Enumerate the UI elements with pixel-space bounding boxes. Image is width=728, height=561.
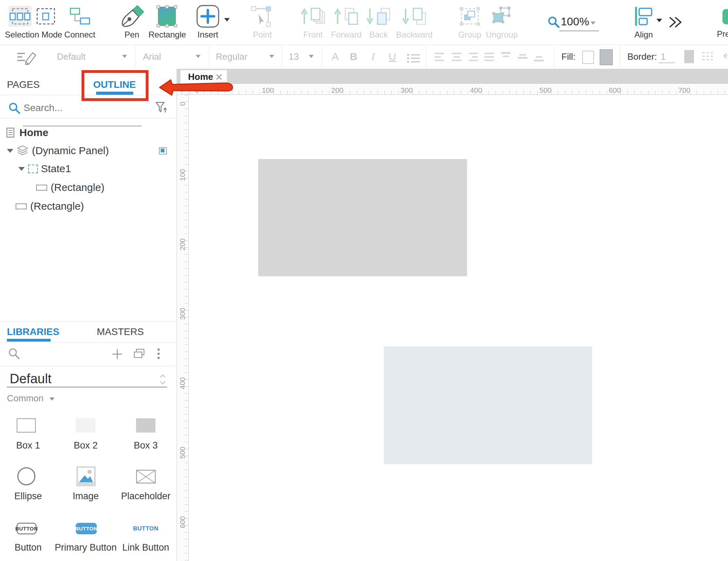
- align-left-button[interactable]: [435, 52, 447, 62]
- close-icon[interactable]: [215, 73, 223, 81]
- library-search-icon[interactable]: [8, 348, 20, 360]
- align-dropdown-icon[interactable]: [657, 19, 662, 22]
- preview-button[interactable]: [722, 9, 728, 24]
- border-style-icon[interactable]: [702, 51, 714, 62]
- canvas-rectangle-2[interactable]: [384, 346, 592, 464]
- insert-label: Insert: [193, 30, 223, 40]
- style-editor-icon[interactable]: [16, 50, 37, 65]
- outline-tab-underline: [96, 92, 133, 95]
- font-family-dropdown-icon[interactable]: [196, 55, 201, 58]
- ungroup-label: Ungroup: [486, 30, 518, 40]
- bullet-list-button[interactable]: [407, 53, 421, 64]
- border-width-underline: [659, 62, 675, 63]
- insert-button[interactable]: Insert: [193, 4, 223, 40]
- tab-pages[interactable]: PAGES: [7, 79, 40, 90]
- connect-button[interactable]: Connect: [62, 4, 97, 40]
- tree-item-dynamic-panel[interactable]: (Dynamic Panel): [0, 142, 173, 159]
- fill-none-swatch[interactable]: [582, 51, 594, 64]
- font-weight-select[interactable]: Regular: [216, 51, 247, 62]
- align-right-button[interactable]: [467, 52, 479, 62]
- tree-item-rectangle-1[interactable]: (Rectangle): [0, 179, 173, 196]
- format-divider: [135, 46, 136, 67]
- library-select-chevrons-icon[interactable]: [159, 374, 167, 385]
- point-button[interactable]: Point: [245, 4, 280, 40]
- filter-icon[interactable]: [155, 101, 168, 114]
- widget-box3[interactable]: [136, 418, 155, 433]
- arrow-style-icon[interactable]: [722, 51, 728, 60]
- library-menu-kebab-icon[interactable]: [157, 348, 160, 360]
- back-button[interactable]: Back: [364, 4, 393, 40]
- front-button[interactable]: Front: [297, 4, 329, 40]
- bring-forward-icon: [333, 5, 359, 27]
- widget-button[interactable]: BUTTON: [17, 523, 36, 534]
- widget-primary-button[interactable]: BUTTON: [76, 523, 97, 534]
- fill-color-swatch[interactable]: [600, 49, 613, 65]
- widget-box2[interactable]: [76, 418, 95, 433]
- library-select[interactable]: Default: [10, 371, 51, 386]
- border-color-swatch[interactable]: [684, 50, 694, 63]
- duplicate-library-icon[interactable]: [133, 349, 145, 359]
- forward-button[interactable]: Forward: [330, 4, 363, 40]
- collapse-caret-icon[interactable]: [7, 149, 13, 153]
- tree-item-label: (Dynamic Panel): [32, 145, 109, 157]
- tree-item-label: (Rectangle): [30, 200, 84, 212]
- align-bottom-button[interactable]: [533, 52, 545, 62]
- group-button[interactable]: Group: [453, 4, 486, 40]
- align-top-button[interactable]: [500, 52, 512, 62]
- h-ruler-label: 500: [532, 86, 559, 94]
- align-icon: [634, 6, 654, 27]
- contained-selection-mode-icon[interactable]: [35, 6, 57, 27]
- section-header-common[interactable]: Common: [7, 393, 54, 404]
- canvas-rectangle-1[interactable]: [258, 159, 467, 276]
- search-input[interactable]: [23, 101, 142, 115]
- collapse-caret-icon[interactable]: [18, 167, 25, 171]
- tab-outline[interactable]: OUTLINE: [87, 79, 142, 90]
- style-preset-select[interactable]: Default: [57, 51, 85, 62]
- backward-button[interactable]: Backward: [396, 4, 433, 40]
- tree-item-home[interactable]: Home: [0, 124, 173, 141]
- widget-image[interactable]: [76, 466, 96, 486]
- zoom-dropdown-icon[interactable]: [591, 22, 595, 25]
- insert-dropdown-icon[interactable]: [224, 18, 230, 22]
- tree-item-rectangle-2[interactable]: (Rectangle): [0, 198, 173, 215]
- tab-libraries[interactable]: LIBRARIES: [7, 326, 59, 337]
- more-tools-icon[interactable]: [668, 15, 682, 29]
- widget-placeholder[interactable]: [136, 470, 156, 484]
- font-color-button[interactable]: A: [332, 51, 339, 62]
- font-size-select[interactable]: 13: [289, 51, 299, 62]
- font-size-dropdown-icon[interactable]: [309, 55, 314, 58]
- add-library-icon[interactable]: [112, 349, 123, 360]
- tab-masters[interactable]: MASTERS: [97, 326, 144, 337]
- point-icon: [250, 5, 274, 27]
- tree-item-state1[interactable]: State1: [0, 160, 173, 177]
- align-middle-button[interactable]: [517, 52, 529, 62]
- border-width-input[interactable]: 1: [661, 51, 666, 62]
- font-family-select[interactable]: Arial: [143, 51, 161, 62]
- pen-button[interactable]: Pen: [115, 4, 149, 40]
- zoom-level-input[interactable]: 100%: [561, 15, 589, 28]
- ungroup-button[interactable]: Ungroup: [486, 4, 518, 40]
- align-justify-button[interactable]: [484, 52, 496, 62]
- italic-button[interactable]: I: [371, 51, 375, 62]
- tree-item-label: Home: [19, 127, 48, 139]
- v-ruler-label: 0: [178, 90, 187, 118]
- dynamic-panel-state-indicator[interactable]: [159, 147, 167, 154]
- widget-box1[interactable]: [17, 418, 36, 433]
- align-button[interactable]: Align: [629, 4, 658, 40]
- widget-ellipse[interactable]: [17, 467, 35, 485]
- design-canvas[interactable]: [189, 95, 728, 561]
- underline-button[interactable]: U: [389, 51, 396, 62]
- style-preset-dropdown-icon[interactable]: [122, 55, 127, 58]
- panel-divider: [0, 342, 177, 343]
- v-ruler-label: 400: [178, 369, 187, 397]
- bold-button[interactable]: B: [350, 51, 357, 62]
- tab-home[interactable]: Home: [180, 70, 227, 84]
- h-ruler-label: 100: [254, 86, 282, 94]
- intersected-selection-mode-icon[interactable]: [9, 6, 32, 27]
- format-divider: [426, 46, 426, 67]
- widget-link-button[interactable]: BUTTON: [115, 525, 177, 532]
- align-center-button[interactable]: [451, 52, 463, 62]
- font-weight-dropdown-icon[interactable]: [269, 55, 274, 58]
- rectangle-button[interactable]: Rectangle: [149, 4, 185, 40]
- selection-mode-button[interactable]: Selection Mode: [5, 4, 60, 40]
